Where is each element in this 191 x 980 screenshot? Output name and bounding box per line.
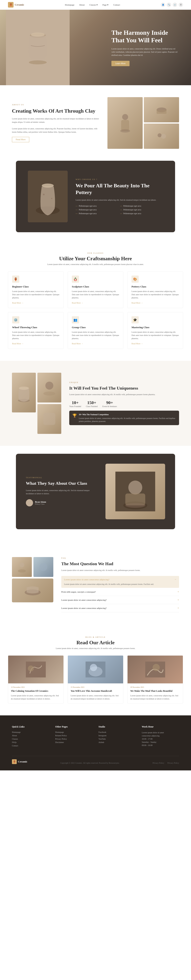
blog-img-2 bbox=[128, 655, 183, 683]
faq-question-1[interactable]: Proin nibh augue, suscipit a consequat? … bbox=[61, 590, 179, 593]
faq-item-1[interactable]: Proin nibh augue, suscipit a consequat? … bbox=[61, 588, 179, 596]
footer-other-3[interactable]: Disclaimer bbox=[55, 741, 93, 743]
footer-bottom-links: Privacy Policy Privacy Policy bbox=[152, 762, 179, 764]
unique-imgs-col-2 bbox=[37, 373, 61, 434]
footer-link-3[interactable]: FAQs bbox=[12, 741, 49, 743]
faq-toggle-0[interactable]: − bbox=[175, 578, 176, 581]
footer-studio-0[interactable]: Facebook bbox=[98, 731, 136, 733]
unique-images bbox=[12, 373, 61, 434]
class-link-5[interactable]: Read More → bbox=[132, 342, 179, 345]
about-placeholder-2 bbox=[144, 97, 179, 123]
faq-question-0[interactable]: Lorem ipsum dolor sit amet consectetur a… bbox=[64, 578, 176, 581]
about-section: About Us Creating Works Of Art Through C… bbox=[0, 85, 191, 161]
svg-point-8 bbox=[157, 133, 162, 137]
about-image-1 bbox=[108, 97, 143, 149]
search-icon[interactable]: 🔍 bbox=[167, 3, 171, 7]
faq-question-2[interactable]: Lorem ipsum dolor sit amet consectetur a… bbox=[61, 598, 179, 601]
about-image-2 bbox=[144, 97, 179, 123]
hero-title: The Harmony Inside That You Will Feel bbox=[111, 29, 179, 44]
footer-studio-3[interactable]: Airbnb bbox=[98, 741, 136, 743]
svg-rect-4 bbox=[121, 120, 129, 131]
footer-studio-2[interactable]: YouTube bbox=[98, 738, 136, 740]
nav-classes[interactable]: Classes ▾ bbox=[89, 3, 98, 6]
about-body: Lorem ipsum dolor sit amet, consectetur … bbox=[12, 127, 100, 134]
class-link-2[interactable]: Read More → bbox=[132, 302, 179, 304]
nav-about[interactable]: About bbox=[79, 3, 85, 6]
unique-placeholder-1 bbox=[12, 373, 36, 412]
class-icon-4: 👥 bbox=[72, 316, 79, 323]
avatar-name: Ryan Adam bbox=[35, 501, 46, 503]
hero-content: The Harmony Inside That You Will Feel Lo… bbox=[111, 29, 179, 66]
about-image-3 bbox=[144, 124, 179, 149]
faq-toggle-2[interactable]: + bbox=[178, 598, 179, 601]
faq-item-3[interactable]: Lorem ipsum dolor sit amet consectetur a… bbox=[61, 604, 179, 612]
menu-icon[interactable]: ☰ bbox=[179, 3, 183, 7]
hero-description: Lorem ipsum dolor sit amet, consectetur … bbox=[111, 47, 179, 57]
why-item-3: Pellentesque eget arcu bbox=[120, 208, 163, 211]
blog-card-title-1: You Will Love This Awesome Handicraft bbox=[71, 689, 120, 693]
nav-contact[interactable]: Contact bbox=[113, 3, 120, 6]
why-wrapper: Why Choose Us ? We Pour All The Beauty I… bbox=[0, 161, 191, 240]
svg-point-14 bbox=[51, 198, 52, 199]
blog-card-0: 12 November 2021 The Calming Sensation O… bbox=[8, 655, 64, 704]
unique-section: Unique It Will Feel You Feel The Uniquen… bbox=[0, 361, 191, 446]
class-link-1[interactable]: Read More → bbox=[72, 302, 119, 304]
stat-label-2: Event & Seminars bbox=[102, 405, 117, 407]
faq-item-2[interactable]: Lorem ipsum dolor sit amet consectetur a… bbox=[61, 596, 179, 604]
stat-num-0: 10+ bbox=[69, 400, 81, 405]
why-item-2: Pellentesque eget arcu bbox=[75, 208, 119, 211]
logo-text: Ceramic bbox=[15, 3, 24, 6]
class-link-3[interactable]: Read More → bbox=[12, 342, 59, 345]
blog-section: Blog & Article Read Our Article Lorem ip… bbox=[0, 624, 191, 716]
logo[interactable]: 🏺 Ceramic bbox=[8, 2, 24, 8]
faq-content: FAQ The Most Question We Had Lorem ipsum… bbox=[61, 557, 179, 612]
class-icon-3: ⚙️ bbox=[12, 316, 19, 323]
blog-placeholder-2 bbox=[128, 655, 183, 683]
class-link-0[interactable]: Read More → bbox=[12, 302, 59, 304]
class-card-4: 👥 Group Class Lorem ipsum dolor sit amet… bbox=[67, 312, 124, 349]
class-title-0: Beginner Class bbox=[12, 285, 59, 288]
footer-link-0[interactable]: Homepage bbox=[12, 731, 49, 733]
about-title: Creating Works Of Art Through Clay bbox=[12, 108, 100, 115]
svg-point-22 bbox=[128, 480, 142, 495]
footer-other-1[interactable]: Related Policy bbox=[55, 735, 93, 737]
cart-icon[interactable]: 🛒 bbox=[173, 3, 177, 7]
footer-link-2[interactable]: Classes bbox=[12, 738, 49, 740]
nav-page[interactable]: Page ▾ bbox=[103, 3, 108, 6]
footer-other-0[interactable]: Homepage bbox=[55, 731, 93, 733]
footer-logo: 🏺 Ceramic bbox=[12, 759, 27, 764]
faq-toggle-1[interactable]: + bbox=[178, 590, 179, 593]
why-title: We Pour All The Beauty Into The Pottery bbox=[75, 182, 163, 196]
about-description: Lorem ipsum dolor sit amet, consectetur … bbox=[12, 117, 100, 124]
faq-toggle-3[interactable]: + bbox=[178, 606, 179, 610]
faq-img-1 bbox=[12, 557, 32, 577]
footer-work-hour-title: Work Hour bbox=[142, 725, 179, 728]
badge-desc: Lorem ipsum dolor sit amet, consectetur … bbox=[79, 417, 176, 423]
footer-studio-1[interactable]: Instagram bbox=[98, 735, 136, 737]
blog-body-0: 12 November 2021 The Calming Sensation O… bbox=[8, 683, 63, 703]
footer-bottom-link-0[interactable]: Privacy Policy bbox=[152, 762, 164, 764]
unique-placeholder-3 bbox=[37, 404, 61, 434]
class-link-4[interactable]: Read More → bbox=[72, 342, 119, 345]
class-desc-2: Lorem ipsum dolor sit amet, consectetur … bbox=[132, 290, 179, 299]
why-list: Pellentesque eget arcu Pellentesque eget… bbox=[75, 205, 163, 215]
testimonial-title: What They Say About Our Class bbox=[26, 480, 98, 486]
footer-link-4[interactable]: Contact bbox=[12, 745, 49, 747]
faq-item-0[interactable]: Lorem ipsum dolor sit amet consectetur a… bbox=[61, 576, 179, 588]
nav-homepage[interactable]: Homepage bbox=[65, 3, 74, 6]
footer-bottom-link-1[interactable]: Privacy Policy bbox=[167, 762, 179, 764]
unique-title: It Will Feel You Feel The Uniqueness bbox=[69, 385, 179, 391]
badge-title: 10+ Win The National Competition bbox=[79, 413, 176, 416]
why-item-1: Pellentesque eget arcu bbox=[120, 205, 163, 207]
hero-cta-button[interactable]: Learn More bbox=[111, 61, 130, 66]
about-cta-button[interactable]: Read More bbox=[12, 137, 29, 142]
footer-link-1[interactable]: About bbox=[12, 735, 49, 737]
svg-point-13 bbox=[43, 194, 45, 195]
footer: Quick Links Homepage About Classes FAQs … bbox=[0, 715, 191, 770]
why-item-0: Pellentesque eget arcu bbox=[75, 205, 119, 207]
class-icon-2: 🎨 bbox=[132, 275, 139, 283]
faq-question-3[interactable]: Lorem ipsum dolor sit amet consectetur a… bbox=[61, 606, 179, 610]
faq-img-top bbox=[12, 557, 53, 577]
user-icon[interactable]: 👤 bbox=[161, 3, 165, 7]
footer-other-2[interactable]: Privacy Policy bbox=[55, 738, 93, 740]
